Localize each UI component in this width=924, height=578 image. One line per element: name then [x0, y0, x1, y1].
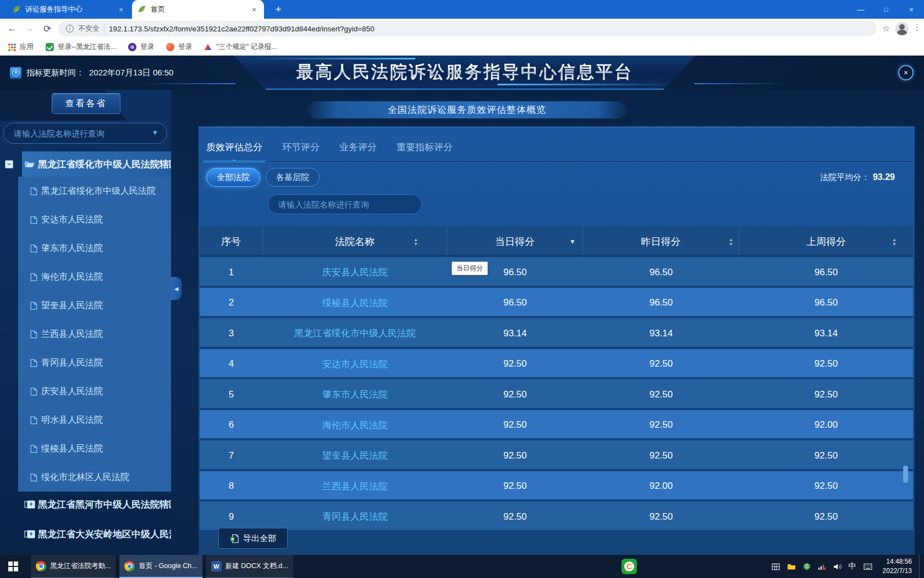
- sort-desc-icon[interactable]: ▼: [414, 242, 418, 246]
- table-row[interactable]: 5 肇东市人民法院 92.50 92.50 92.50: [200, 379, 913, 410]
- show-desktop-button[interactable]: [919, 555, 922, 578]
- sidebar-court-item[interactable]: 望奎县人民法院: [18, 291, 171, 320]
- court-name-link[interactable]: 庆安县人民法院: [263, 266, 447, 279]
- court-name-link[interactable]: 黑龙江省绥化市中级人民法院: [263, 327, 447, 340]
- sort-desc-icon[interactable]: ▼: [892, 242, 897, 246]
- tree-root-item[interactable]: + 黑龙江省黑河市中级人民法院辖区: [22, 492, 171, 517]
- volume-icon[interactable]: [833, 563, 842, 570]
- folder-tray-icon[interactable]: [787, 563, 796, 570]
- browser-tab[interactable]: 诉讼服务指导中心 ×: [7, 0, 131, 19]
- sidebar-court-item[interactable]: 海伦市人民法院: [18, 263, 171, 291]
- url-field[interactable]: i 不安全 192.1.173.5/sfzxfx2/form/e351921c2…: [58, 21, 877, 36]
- main-tab[interactable]: 业务评分: [339, 136, 377, 158]
- court-name-link[interactable]: 望奎县人民法院: [263, 449, 447, 462]
- table-column-header[interactable]: 昨日得分 ▲▼: [583, 226, 739, 257]
- view-provinces-button[interactable]: 查看各省: [52, 93, 120, 114]
- window-minimize-button[interactable]: —: [848, 0, 873, 19]
- sidebar-collapse-handle[interactable]: ◀: [171, 277, 182, 300]
- main-tab[interactable]: 环节评分: [282, 136, 320, 158]
- screen-recorder-tray-button[interactable]: [618, 556, 641, 577]
- tab-close-icon[interactable]: ×: [117, 6, 125, 14]
- tree-root-item[interactable]: + 黑龙江省大兴安岭地区中级人民法院辖区: [22, 521, 171, 547]
- tree-expander-icon[interactable]: +: [27, 500, 35, 509]
- browser-tab[interactable]: 首页 ×: [132, 0, 264, 19]
- court-search-input[interactable]: [268, 194, 422, 214]
- court-name-link[interactable]: 海伦市人民法院: [263, 419, 447, 432]
- taskbar-task-button[interactable]: 黑龙江省法院考勤...: [31, 555, 116, 578]
- taskbar-clock[interactable]: 14:48:56 2022/7/13: [883, 557, 912, 576]
- main-tab[interactable]: 质效评估总分: [206, 136, 262, 158]
- sidebar-court-item[interactable]: 绥化市北林区人民法院: [18, 463, 171, 492]
- sidebar-court-item[interactable]: 绥棱县人民法院: [18, 434, 171, 463]
- back-icon[interactable]: ←: [6, 22, 19, 35]
- tree-root-item[interactable]: − 黑龙江省绥化市中级人民法院辖区: [22, 151, 171, 177]
- sort-asc-icon[interactable]: ▲: [414, 238, 418, 242]
- main-tab[interactable]: 重要指标评分: [397, 136, 453, 158]
- table-row[interactable]: 4 安达市人民法院 92.50 92.50 92.50: [200, 349, 913, 380]
- sidebar-court-item[interactable]: 青冈县人民法院: [18, 348, 171, 377]
- sidebar-search-input[interactable]: [3, 123, 167, 144]
- start-button[interactable]: [0, 555, 26, 578]
- table-row[interactable]: 6 海伦市人民法院 92.50 92.50 92.00: [200, 410, 913, 441]
- new-tab-button[interactable]: +: [272, 3, 285, 17]
- sort-icon[interactable]: ▲▼: [729, 238, 733, 246]
- ime-language-indicator[interactable]: 中: [849, 561, 856, 571]
- bookmark-item[interactable]: 应用: [8, 42, 34, 52]
- taskbar-task-button[interactable]: 首页 - Google Ch...: [119, 555, 202, 578]
- export-all-button[interactable]: 导出全部: [218, 528, 288, 549]
- input-grid-icon[interactable]: [772, 563, 780, 570]
- table-column-header[interactable]: 序号: [200, 226, 263, 257]
- window-maximize-button[interactable]: □: [873, 0, 899, 19]
- table-row[interactable]: 2 绥棱县人民法院 96.50 96.50 96.50: [200, 288, 913, 319]
- sort-desc-icon[interactable]: ▼: [729, 242, 733, 246]
- touch-keyboard-icon[interactable]: [864, 563, 872, 570]
- court-name-link[interactable]: 肇东市人民法院: [263, 388, 447, 401]
- sidebar-court-item[interactable]: 庆安县人民法院: [18, 377, 171, 406]
- bookmark-item[interactable]: 登录: [128, 42, 154, 52]
- site-info-icon[interactable]: i: [66, 25, 74, 32]
- table-row[interactable]: 7 望奎县人民法院 92.50 92.50 92.50: [200, 440, 913, 471]
- sort-icon[interactable]: ▲▼: [414, 238, 418, 246]
- profile-avatar[interactable]: [895, 22, 909, 35]
- sidebar-court-item[interactable]: 肇东市人民法院: [18, 234, 171, 263]
- court-name-link[interactable]: 绥棱县人民法院: [263, 297, 447, 309]
- filter-pill[interactable]: 各基层院: [266, 168, 320, 187]
- reload-icon[interactable]: ⟳: [41, 22, 54, 35]
- table-row[interactable]: 8 兰西县人民法院 92.50 92.00 92.50: [200, 471, 913, 502]
- table-column-header[interactable]: 法院名称 ▲▼: [263, 226, 447, 257]
- browser-menu-icon[interactable]: ⋮: [913, 23, 921, 32]
- network-icon[interactable]: [818, 563, 826, 570]
- tree-expander-icon[interactable]: +: [27, 530, 35, 538]
- sort-icon[interactable]: ▲▼: [892, 238, 897, 246]
- sort-asc-icon[interactable]: ▲: [892, 238, 897, 242]
- sidebar-court-item[interactable]: 安达市人民法院: [18, 205, 171, 234]
- table-row[interactable]: 9 青冈县人民法院 92.50 92.50 92.50: [200, 501, 913, 532]
- tab-close-icon[interactable]: ×: [250, 6, 258, 14]
- sort-icon[interactable]: ▼: [569, 238, 576, 246]
- panel-close-button[interactable]: ×: [898, 65, 914, 80]
- sidebar-court-item[interactable]: 明水县人民法院: [18, 406, 171, 434]
- table-row[interactable]: 3 黑龙江省绥化市中级人民法院 93.14 93.14 93.14: [200, 318, 913, 349]
- sidebar-search: ▼: [3, 123, 167, 144]
- bookmark-item[interactable]: 登录: [166, 42, 192, 52]
- browser-tray-icon[interactable]: [803, 563, 811, 570]
- court-name-link[interactable]: 安达市人民法院: [263, 358, 447, 370]
- filter-pill[interactable]: 全部法院: [206, 168, 260, 187]
- sort-asc-icon[interactable]: ▲: [729, 238, 733, 242]
- document-icon: [30, 416, 37, 424]
- court-name-link[interactable]: 兰西县人民法院: [263, 480, 447, 493]
- bookmark-item[interactable]: 登录--黑龙江省法...: [46, 42, 116, 52]
- bookmark-item[interactable]: "三个规定" 记录报...: [204, 42, 277, 52]
- bookmark-star-icon[interactable]: ☆: [882, 23, 890, 34]
- window-close-button[interactable]: ×: [899, 0, 924, 19]
- table-column-header[interactable]: 当日得分 ▼: [447, 226, 583, 257]
- sidebar-court-item[interactable]: 黑龙江省绥化市中级人民法院: [18, 177, 171, 205]
- scrollbar-thumb[interactable]: [903, 466, 908, 483]
- table-row[interactable]: 1 庆安县人民法院 96.50 96.50 96.50: [200, 257, 913, 288]
- taskbar-task-button[interactable]: 新建 DOCX 文档.d...: [206, 555, 293, 578]
- table-column-header[interactable]: 上周得分 ▲▼: [739, 226, 913, 257]
- tree-expander-icon[interactable]: −: [5, 160, 13, 168]
- sidebar-court-item[interactable]: 兰西县人民法院: [18, 320, 171, 348]
- forward-icon[interactable]: →: [23, 22, 36, 35]
- court-name-link[interactable]: 青冈县人民法院: [263, 510, 447, 523]
